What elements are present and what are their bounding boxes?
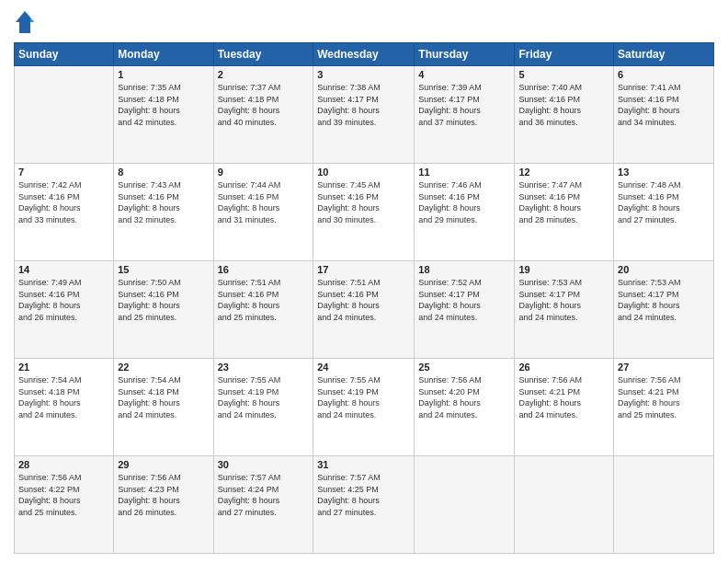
day-info: Sunrise: 7:46 AM Sunset: 4:16 PM Dayligh…	[418, 179, 510, 225]
weekday-header-thursday: Thursday	[415, 43, 515, 66]
day-info: Sunrise: 7:40 AM Sunset: 4:16 PM Dayligh…	[518, 82, 609, 128]
day-cell: 6Sunrise: 7:41 AM Sunset: 4:16 PM Daylig…	[614, 66, 714, 164]
day-number: 30	[218, 459, 310, 470]
day-info: Sunrise: 7:52 AM Sunset: 4:17 PM Dayligh…	[418, 277, 510, 323]
day-number: 8	[118, 167, 209, 178]
day-cell: 2Sunrise: 7:37 AM Sunset: 4:18 PM Daylig…	[213, 66, 313, 164]
day-cell: 8Sunrise: 7:43 AM Sunset: 4:16 PM Daylig…	[114, 164, 213, 261]
weekday-header-row: SundayMondayTuesdayWednesdayThursdayFrid…	[15, 43, 714, 66]
day-cell: 27Sunrise: 7:56 AM Sunset: 4:21 PM Dayli…	[614, 359, 714, 456]
week-row-2: 7Sunrise: 7:42 AM Sunset: 4:16 PM Daylig…	[15, 164, 714, 261]
day-cell: 30Sunrise: 7:57 AM Sunset: 4:24 PM Dayli…	[213, 456, 313, 554]
day-cell: 20Sunrise: 7:53 AM Sunset: 4:17 PM Dayli…	[614, 261, 714, 359]
day-cell: 1Sunrise: 7:35 AM Sunset: 4:18 PM Daylig…	[114, 66, 213, 164]
day-cell: 12Sunrise: 7:47 AM Sunset: 4:16 PM Dayli…	[515, 164, 614, 261]
day-cell: 11Sunrise: 7:46 AM Sunset: 4:16 PM Dayli…	[415, 164, 515, 261]
day-info: Sunrise: 7:44 AM Sunset: 4:16 PM Dayligh…	[218, 179, 310, 225]
day-cell: 19Sunrise: 7:53 AM Sunset: 4:17 PM Dayli…	[515, 261, 614, 359]
day-cell: 16Sunrise: 7:51 AM Sunset: 4:16 PM Dayli…	[213, 261, 313, 359]
day-info: Sunrise: 7:49 AM Sunset: 4:16 PM Dayligh…	[18, 277, 109, 323]
day-info: Sunrise: 7:55 AM Sunset: 4:19 PM Dayligh…	[317, 374, 410, 420]
day-number: 24	[317, 362, 410, 373]
day-info: Sunrise: 7:56 AM Sunset: 4:23 PM Dayligh…	[118, 472, 209, 518]
weekday-header-wednesday: Wednesday	[313, 43, 415, 66]
day-info: Sunrise: 7:57 AM Sunset: 4:24 PM Dayligh…	[218, 472, 310, 518]
day-number: 29	[118, 459, 209, 470]
day-cell: 28Sunrise: 7:56 AM Sunset: 4:22 PM Dayli…	[15, 456, 114, 554]
day-info: Sunrise: 7:56 AM Sunset: 4:20 PM Dayligh…	[418, 374, 510, 420]
day-number: 10	[317, 167, 410, 178]
day-info: Sunrise: 7:42 AM Sunset: 4:16 PM Dayligh…	[18, 179, 109, 225]
day-cell: 22Sunrise: 7:54 AM Sunset: 4:18 PM Dayli…	[114, 359, 213, 456]
day-cell: 5Sunrise: 7:40 AM Sunset: 4:16 PM Daylig…	[515, 66, 614, 164]
day-info: Sunrise: 7:38 AM Sunset: 4:17 PM Dayligh…	[317, 82, 410, 128]
day-info: Sunrise: 7:56 AM Sunset: 4:21 PM Dayligh…	[518, 374, 609, 420]
day-info: Sunrise: 7:47 AM Sunset: 4:16 PM Dayligh…	[518, 179, 609, 225]
day-number: 21	[18, 362, 109, 373]
day-info: Sunrise: 7:54 AM Sunset: 4:18 PM Dayligh…	[118, 374, 209, 420]
weekday-header-tuesday: Tuesday	[213, 43, 313, 66]
day-cell: 7Sunrise: 7:42 AM Sunset: 4:16 PM Daylig…	[15, 164, 114, 261]
day-info: Sunrise: 7:53 AM Sunset: 4:17 PM Dayligh…	[518, 277, 609, 323]
weekday-header-saturday: Saturday	[614, 43, 714, 66]
day-number: 22	[118, 362, 209, 373]
day-number: 31	[317, 459, 410, 470]
day-info: Sunrise: 7:50 AM Sunset: 4:16 PM Dayligh…	[118, 277, 209, 323]
day-cell: 26Sunrise: 7:56 AM Sunset: 4:21 PM Dayli…	[515, 359, 614, 456]
day-info: Sunrise: 7:41 AM Sunset: 4:16 PM Dayligh…	[618, 82, 710, 128]
day-number: 3	[317, 69, 410, 80]
day-number: 1	[118, 69, 209, 80]
day-number: 25	[418, 362, 510, 373]
day-cell: 17Sunrise: 7:51 AM Sunset: 4:16 PM Dayli…	[313, 261, 415, 359]
day-number: 18	[418, 264, 510, 275]
day-number: 6	[618, 69, 710, 80]
day-cell: 15Sunrise: 7:50 AM Sunset: 4:16 PM Dayli…	[114, 261, 213, 359]
day-number: 2	[218, 69, 310, 80]
day-cell: 9Sunrise: 7:44 AM Sunset: 4:16 PM Daylig…	[213, 164, 313, 261]
day-cell	[515, 456, 614, 554]
week-row-1: 1Sunrise: 7:35 AM Sunset: 4:18 PM Daylig…	[15, 66, 714, 164]
weekday-header-monday: Monday	[114, 43, 213, 66]
day-cell: 24Sunrise: 7:55 AM Sunset: 4:19 PM Dayli…	[313, 359, 415, 456]
day-number: 11	[418, 167, 510, 178]
day-info: Sunrise: 7:55 AM Sunset: 4:19 PM Dayligh…	[218, 374, 310, 420]
day-info: Sunrise: 7:35 AM Sunset: 4:18 PM Dayligh…	[118, 82, 209, 128]
day-cell: 29Sunrise: 7:56 AM Sunset: 4:23 PM Dayli…	[114, 456, 213, 554]
day-cell	[415, 456, 515, 554]
day-info: Sunrise: 7:37 AM Sunset: 4:18 PM Dayligh…	[218, 82, 310, 128]
day-cell: 31Sunrise: 7:57 AM Sunset: 4:25 PM Dayli…	[313, 456, 415, 554]
day-info: Sunrise: 7:48 AM Sunset: 4:16 PM Dayligh…	[618, 179, 710, 225]
day-number: 13	[618, 167, 710, 178]
day-cell: 3Sunrise: 7:38 AM Sunset: 4:17 PM Daylig…	[313, 66, 415, 164]
day-cell: 25Sunrise: 7:56 AM Sunset: 4:20 PM Dayli…	[415, 359, 515, 456]
logo	[14, 9, 40, 35]
day-cell: 14Sunrise: 7:49 AM Sunset: 4:16 PM Dayli…	[15, 261, 114, 359]
day-info: Sunrise: 7:54 AM Sunset: 4:18 PM Dayligh…	[18, 374, 109, 420]
day-cell: 23Sunrise: 7:55 AM Sunset: 4:19 PM Dayli…	[213, 359, 313, 456]
logo-icon	[14, 9, 36, 35]
day-number: 26	[518, 362, 609, 373]
day-cell: 10Sunrise: 7:45 AM Sunset: 4:16 PM Dayli…	[313, 164, 415, 261]
day-info: Sunrise: 7:39 AM Sunset: 4:17 PM Dayligh…	[418, 82, 510, 128]
day-number: 20	[618, 264, 710, 275]
day-cell	[614, 456, 714, 554]
calendar-table: SundayMondayTuesdayWednesdayThursdayFrid…	[14, 42, 714, 554]
day-number: 9	[218, 167, 310, 178]
day-number: 12	[518, 167, 609, 178]
day-cell: 13Sunrise: 7:48 AM Sunset: 4:16 PM Dayli…	[614, 164, 714, 261]
day-info: Sunrise: 7:57 AM Sunset: 4:25 PM Dayligh…	[317, 472, 410, 518]
day-number: 7	[18, 167, 109, 178]
week-row-5: 28Sunrise: 7:56 AM Sunset: 4:22 PM Dayli…	[15, 456, 714, 554]
day-cell: 21Sunrise: 7:54 AM Sunset: 4:18 PM Dayli…	[15, 359, 114, 456]
day-info: Sunrise: 7:45 AM Sunset: 4:16 PM Dayligh…	[317, 179, 410, 225]
day-info: Sunrise: 7:56 AM Sunset: 4:21 PM Dayligh…	[618, 374, 710, 420]
day-number: 15	[118, 264, 209, 275]
day-number: 16	[218, 264, 310, 275]
day-number: 14	[18, 264, 109, 275]
day-number: 4	[418, 69, 510, 80]
day-number: 17	[317, 264, 410, 275]
header	[14, 9, 714, 35]
day-number: 28	[18, 459, 109, 470]
day-info: Sunrise: 7:43 AM Sunset: 4:16 PM Dayligh…	[118, 179, 209, 225]
day-cell	[15, 66, 114, 164]
